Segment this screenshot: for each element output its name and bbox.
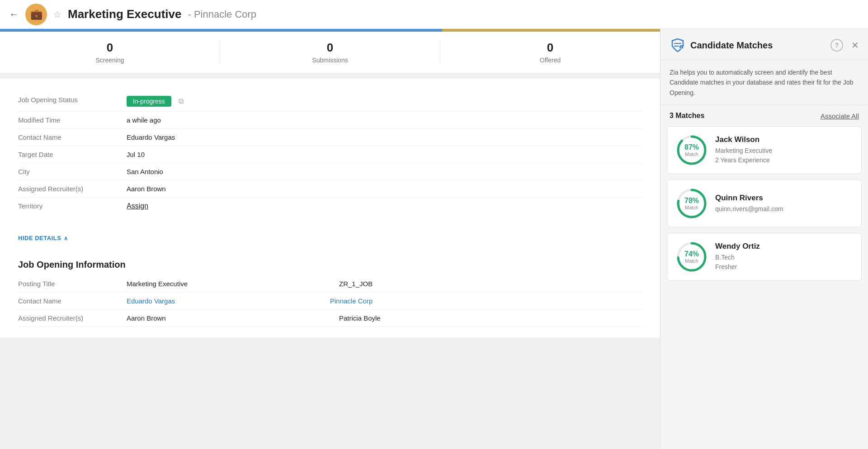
match-text-1: 78% Match — [684, 197, 699, 210]
match-circle-2: 74% Match — [675, 241, 708, 273]
star-icon[interactable]: ☆ — [53, 9, 61, 20]
hide-details-button[interactable]: HIDE DETAILS ∧ — [18, 235, 68, 241]
associate-all-button[interactable]: Associate All — [821, 112, 859, 120]
match-label-1: Match — [684, 205, 699, 210]
status-badge: In-progress — [127, 96, 171, 107]
candidate-detail1-0: Marketing Executive — [715, 146, 853, 156]
match-circle-0: 87% Match — [675, 134, 708, 166]
svg-text:Z: Z — [680, 46, 683, 49]
help-icon[interactable]: ? — [830, 39, 843, 52]
info-col-posting-label: Posting Title Marketing Executive — [18, 280, 330, 288]
candidate-detail2-0: 2 Years Experience — [715, 156, 853, 165]
candidate-name-0: Jack Wilson — [715, 135, 853, 144]
back-button[interactable]: ← — [9, 9, 19, 20]
match-percent-2: 74% — [684, 250, 699, 258]
field-value-contact: Eduardo Vargas — [127, 133, 175, 141]
header-subtitle: - Pinnacle Corp — [188, 9, 256, 20]
field-value-recruiter: Aaron Brown — [127, 185, 166, 193]
field-label-territory: Territory — [18, 202, 127, 210]
zia-icon: Z — [670, 37, 686, 53]
candidate-info-2: Wendy Ortiz B.Tech Fresher — [715, 242, 853, 272]
stat-submissions: 0 Submissions — [220, 41, 440, 64]
match-text-0: 87% Match — [684, 143, 699, 157]
progress-bar-container — [0, 29, 660, 32]
stat-submissions-label: Submissions — [312, 57, 348, 64]
clone-icon[interactable]: ⧉ — [179, 97, 184, 105]
matches-count: 3 Matches — [670, 112, 704, 120]
panel-description: Zia helps you to automatically screen an… — [660, 60, 868, 105]
field-row-recruiter: Assigned Recruiter(s) Aaron Brown — [18, 180, 642, 198]
info-row-assigned-recruiter: Assigned Recruiter(s) Aaron Brown Patric… — [18, 310, 642, 327]
assign-link[interactable]: Assign — [127, 202, 148, 210]
progress-bar-gold — [442, 29, 660, 32]
field-row-target-date: Target Date Jul 10 — [18, 146, 642, 163]
stat-submissions-number: 0 — [327, 41, 333, 55]
candidate-detail1-1: quinn.rivers@gmail.com — [715, 204, 853, 214]
match-circle-1: 78% Match — [675, 187, 708, 220]
info-col-company: Pinnacle Corp — [330, 297, 642, 305]
field-row-territory: Territory Assign — [18, 198, 642, 215]
candidate-card-2[interactable]: 74% Match Wendy Ortiz B.Tech Fresher — [667, 233, 862, 281]
candidate-detail2-2: Fresher — [715, 262, 853, 272]
field-label-contact: Contact Name — [18, 133, 127, 141]
stats-row: 0 Screening 0 Submissions 0 Offered — [0, 32, 660, 73]
candidate-card-0[interactable]: 87% Match Jack Wilson Marketing Executiv… — [667, 126, 862, 174]
info-col-recruiter-secondary: Patricia Boyle — [330, 314, 642, 322]
candidate-detail1-2: B.Tech — [715, 253, 853, 262]
hide-details-chevron-icon: ∧ — [64, 235, 68, 241]
match-label-0: Match — [684, 151, 699, 157]
candidate-name-2: Wendy Ortiz — [715, 242, 853, 251]
job-info-section-title: Job Opening Information — [0, 249, 660, 275]
right-panel: Z Candidate Matches ? ✕ Zia helps you to… — [660, 29, 868, 449]
field-value-city: San Antonio — [127, 168, 163, 175]
progress-bar-blue — [0, 29, 442, 32]
hide-details-label: HIDE DETAILS — [18, 235, 61, 241]
field-value-target-date: Jul 10 — [127, 151, 145, 158]
recruiter-label: Assigned Recruiter(s) — [18, 314, 127, 322]
posting-title-label: Posting Title — [18, 280, 127, 288]
match-text-2: 74% Match — [684, 250, 699, 264]
main-layout: 0 Screening 0 Submissions 0 Offered Job … — [0, 29, 868, 449]
info-row-posting-title: Posting Title Marketing Executive ZR_1_J… — [18, 275, 642, 293]
info-table: Posting Title Marketing Executive ZR_1_J… — [0, 275, 660, 338]
field-label-modified: Modified Time — [18, 116, 127, 124]
hide-details-row: HIDE DETAILS ∧ — [0, 227, 660, 249]
info-row-contact-name: Contact Name Eduardo Vargas Pinnacle Cor… — [18, 293, 642, 310]
match-percent-0: 87% — [684, 143, 699, 151]
field-row-contact: Contact Name Eduardo Vargas — [18, 129, 642, 146]
details-section: Job Opening Status In-progress ⧉ Modifie… — [0, 79, 660, 227]
match-percent-1: 78% — [684, 197, 699, 205]
candidate-cards: 87% Match Jack Wilson Marketing Executiv… — [660, 126, 868, 281]
stat-offered-label: Offered — [540, 57, 561, 64]
contact-name-value[interactable]: Eduardo Vargas — [127, 297, 175, 305]
field-label-city: City — [18, 168, 127, 175]
stat-screening-number: 0 — [107, 41, 113, 55]
job-icon: 💼 — [25, 4, 47, 25]
posting-title-code: ZR_1_JOB — [330, 280, 373, 288]
field-label-recruiter: Assigned Recruiter(s) — [18, 185, 127, 193]
recruiter-secondary-value: Patricia Boyle — [330, 314, 381, 322]
company-name-value[interactable]: Pinnacle Corp — [330, 297, 373, 305]
field-label-status: Job Opening Status — [18, 96, 127, 104]
info-col-recruiter-label: Assigned Recruiter(s) Aaron Brown — [18, 314, 330, 322]
matches-header: 3 Matches Associate All — [660, 105, 868, 126]
stat-offered-number: 0 — [547, 41, 553, 55]
field-value-modified: a while ago — [127, 116, 161, 124]
right-panel-header: Z Candidate Matches ? ✕ — [660, 29, 868, 60]
field-row-status: Job Opening Status In-progress ⧉ — [18, 91, 642, 112]
field-row-city: City San Antonio — [18, 163, 642, 180]
stat-offered: 0 Offered — [440, 41, 660, 64]
close-button[interactable]: ✕ — [851, 40, 859, 51]
stat-screening-label: Screening — [95, 57, 124, 64]
candidate-info-0: Jack Wilson Marketing Executive 2 Years … — [715, 135, 853, 165]
info-col-contact-label: Contact Name Eduardo Vargas — [18, 297, 330, 305]
field-label-target-date: Target Date — [18, 151, 127, 158]
candidate-card-1[interactable]: 78% Match Quinn Rivers quinn.rivers@gmai… — [667, 180, 862, 227]
info-col-posting-code: ZR_1_JOB — [330, 280, 642, 288]
panel-title: Candidate Matches — [690, 40, 826, 51]
contact-name-label: Contact Name — [18, 297, 127, 305]
header-bar: ← 💼 ☆ Marketing Executive - Pinnacle Cor… — [0, 0, 868, 29]
header-title: Marketing Executive — [68, 7, 181, 21]
field-row-modified: Modified Time a while ago — [18, 112, 642, 129]
posting-title-value: Marketing Executive — [127, 280, 188, 288]
